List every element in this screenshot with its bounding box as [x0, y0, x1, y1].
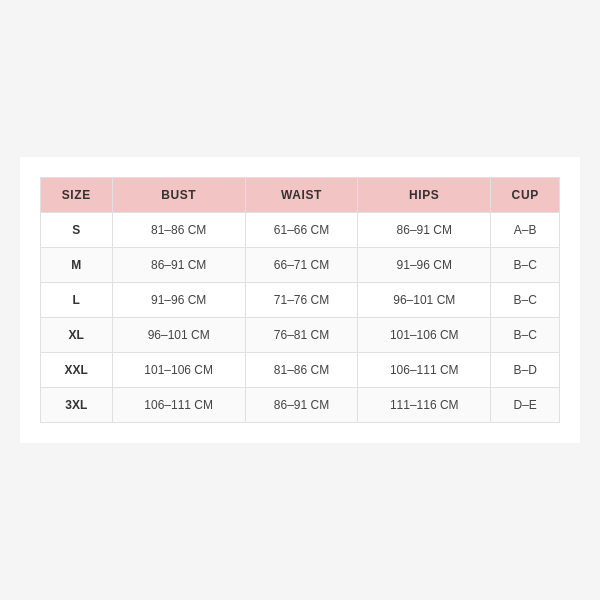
cell-cup: B–C	[491, 283, 560, 318]
cell-cup: B–D	[491, 353, 560, 388]
cell-waist: 76–81 CM	[245, 318, 357, 353]
cell-size: 3XL	[41, 388, 113, 423]
cell-size: L	[41, 283, 113, 318]
cell-waist: 71–76 CM	[245, 283, 357, 318]
cell-cup: B–C	[491, 318, 560, 353]
cell-hips: 86–91 CM	[358, 213, 491, 248]
cell-bust: 86–91 CM	[112, 248, 245, 283]
size-chart-container: SIZE BUST WAIST HIPS CUP S81–86 CM61–66 …	[20, 157, 580, 443]
table-row: L91–96 CM71–76 CM96–101 CMB–C	[41, 283, 560, 318]
header-cup: CUP	[491, 178, 560, 213]
table-row: XXL101–106 CM81–86 CM106–111 CMB–D	[41, 353, 560, 388]
header-hips: HIPS	[358, 178, 491, 213]
cell-bust: 81–86 CM	[112, 213, 245, 248]
cell-bust: 91–96 CM	[112, 283, 245, 318]
cell-size: XL	[41, 318, 113, 353]
table-row: XL96–101 CM76–81 CM101–106 CMB–C	[41, 318, 560, 353]
header-bust: BUST	[112, 178, 245, 213]
cell-waist: 81–86 CM	[245, 353, 357, 388]
cell-hips: 91–96 CM	[358, 248, 491, 283]
table-row: 3XL106–111 CM86–91 CM111–116 CMD–E	[41, 388, 560, 423]
table-row: M86–91 CM66–71 CM91–96 CMB–C	[41, 248, 560, 283]
header-size: SIZE	[41, 178, 113, 213]
header-waist: WAIST	[245, 178, 357, 213]
cell-cup: A–B	[491, 213, 560, 248]
table-header-row: SIZE BUST WAIST HIPS CUP	[41, 178, 560, 213]
cell-hips: 111–116 CM	[358, 388, 491, 423]
cell-size: S	[41, 213, 113, 248]
cell-bust: 101–106 CM	[112, 353, 245, 388]
cell-size: XXL	[41, 353, 113, 388]
cell-size: M	[41, 248, 113, 283]
size-chart-table: SIZE BUST WAIST HIPS CUP S81–86 CM61–66 …	[40, 177, 560, 423]
cell-bust: 106–111 CM	[112, 388, 245, 423]
cell-hips: 106–111 CM	[358, 353, 491, 388]
cell-hips: 96–101 CM	[358, 283, 491, 318]
table-row: S81–86 CM61–66 CM86–91 CMA–B	[41, 213, 560, 248]
cell-hips: 101–106 CM	[358, 318, 491, 353]
cell-waist: 66–71 CM	[245, 248, 357, 283]
cell-cup: D–E	[491, 388, 560, 423]
cell-waist: 86–91 CM	[245, 388, 357, 423]
cell-bust: 96–101 CM	[112, 318, 245, 353]
cell-waist: 61–66 CM	[245, 213, 357, 248]
cell-cup: B–C	[491, 248, 560, 283]
